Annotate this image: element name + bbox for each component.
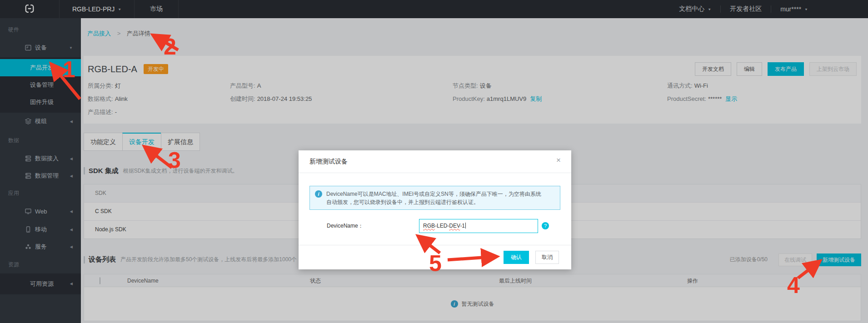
help-icon[interactable]: ? [542, 222, 549, 229]
modal-footer: 确认 取消 [299, 245, 571, 269]
add-test-device-modal: 新增测试设备 × i DeviceName可以是MAC地址、IMEI号或自定义S… [299, 150, 571, 269]
confirm-button[interactable]: 确认 [504, 251, 529, 264]
modal-title: 新增测试设备 [299, 150, 571, 173]
devicename-info-box: i DeviceName可以是MAC地址、IMEI号或自定义SN等，须确保产品下… [309, 186, 560, 210]
close-icon[interactable]: × [554, 156, 563, 165]
text-cursor [465, 223, 466, 229]
devicename-label: DeviceName： [327, 222, 364, 230]
iot-console-page: RGB-LED-PRJ ▼ 市场 文档中心 ▼ 开发者社区 mur**** ▼ … [0, 0, 868, 323]
devicename-input[interactable]: RGB-LED-DEV-1 [419, 219, 538, 233]
cancel-button[interactable]: 取消 [535, 251, 559, 264]
info-line-1: DeviceName可以是MAC地址、IMEI号或自定义SN等，须确保产品下唯一… [326, 190, 555, 198]
info-icon: i [315, 190, 322, 198]
info-line-2: 自动颁发，您可以烧录到设备中，并上报到云端进行鉴权认证。 [326, 198, 555, 206]
